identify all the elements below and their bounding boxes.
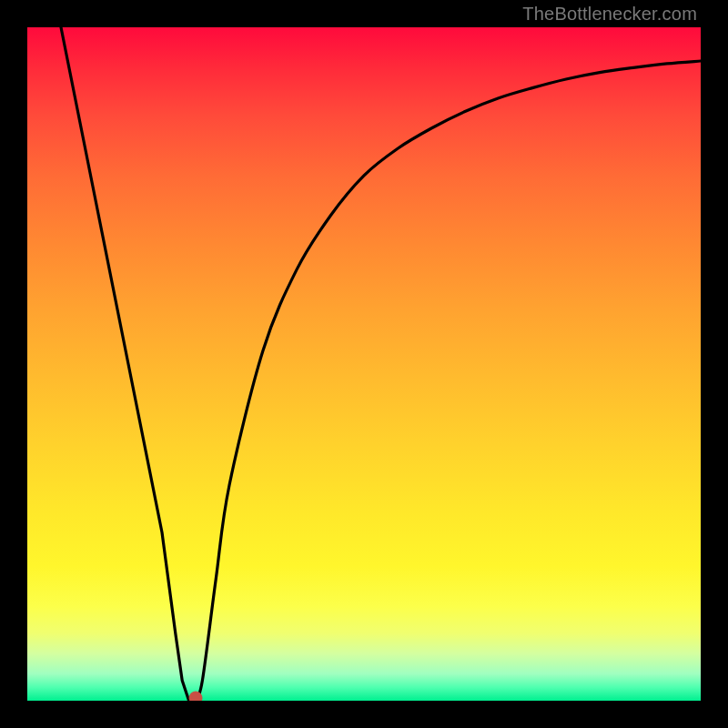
curve-path	[61, 27, 701, 701]
bottleneck-curve	[27, 27, 701, 701]
attribution-label: TheBottlenecker.com	[522, 4, 697, 25]
chart-frame: TheBottlenecker.com	[0, 0, 728, 728]
plot-area	[27, 27, 701, 701]
minimum-marker	[189, 692, 202, 701]
